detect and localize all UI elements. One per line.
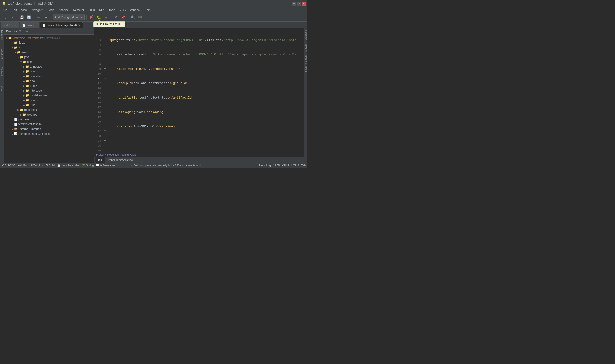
maximize-button[interactable]: □ bbox=[297, 2, 301, 5]
run-status[interactable]: ▶ 4: Run bbox=[18, 164, 28, 167]
tree-item-java[interactable]: ▼ 📁 java bbox=[4, 55, 94, 59]
tree-item-external[interactable]: ▶ 📦 External Libraries bbox=[4, 127, 94, 131]
tree-item-src[interactable]: ▼ 📁 src bbox=[4, 45, 94, 50]
menu-window[interactable]: Window bbox=[128, 8, 142, 12]
tree-arrow-entity: ▶ bbox=[23, 85, 26, 87]
stop-button[interactable]: ■ bbox=[103, 14, 109, 20]
tree-item-config[interactable]: ▶ 📁 config bbox=[4, 69, 94, 74]
run-button[interactable]: ▶ bbox=[88, 14, 95, 20]
code-content[interactable]: <project xmlns="http://maven.apache.org/… bbox=[107, 28, 304, 152]
tree-item-main[interactable]: ▼ 📁 main bbox=[4, 50, 94, 55]
tree-item-webapp[interactable]: ▶ 📁 webapp bbox=[4, 112, 94, 117]
breadcrumb-spring-version[interactable]: spring.version bbox=[122, 153, 138, 156]
service-folder-icon: 📁 bbox=[26, 99, 29, 102]
breadcrumb-project[interactable]: project bbox=[96, 153, 104, 156]
attach-button[interactable]: 📌 bbox=[120, 14, 126, 20]
tree-item-service[interactable]: ▶ 📁 service bbox=[4, 98, 94, 103]
java-enterprise-status[interactable]: ☕ Java Enterprise bbox=[57, 164, 80, 167]
tab-dependency-analyzer[interactable]: Dependency Analyzer bbox=[105, 157, 136, 163]
tree-item-controller[interactable]: ▶ 📁 controller bbox=[4, 74, 94, 79]
breadcrumb-properties[interactable]: properties bbox=[107, 153, 119, 156]
tab-text[interactable]: Text bbox=[95, 157, 105, 163]
project-tab[interactable]: testProject bbox=[1, 22, 19, 28]
sync-button[interactable]: 🔄 bbox=[26, 14, 32, 20]
tree-item-com[interactable]: ▼ 📁 com bbox=[4, 59, 94, 64]
favorites-label[interactable]: Favorites bbox=[1, 67, 3, 77]
terminal-status[interactable]: ⊞ Terminal bbox=[30, 164, 43, 167]
java-folder-icon: 📁 bbox=[20, 55, 23, 59]
back-button[interactable]: ◁ bbox=[1, 14, 8, 20]
tree-item-entity[interactable]: ▶ 📁 entity bbox=[4, 83, 94, 88]
line-col-status[interactable]: 11:55 bbox=[273, 164, 280, 167]
tree-arrow-com: ▼ bbox=[20, 61, 23, 63]
window-controls[interactable]: ─ □ ✕ bbox=[292, 2, 306, 5]
redo-button[interactable]: ↪ bbox=[43, 14, 49, 20]
menu-analyze[interactable]: Analyze bbox=[57, 8, 71, 12]
breadcrumb-bar: project › properties › spring.version bbox=[94, 152, 304, 157]
tree-root[interactable]: ▼ 📁 testProject [testProject-test] D:\te… bbox=[4, 36, 94, 40]
todo-status[interactable]: ✓ 6: TODO bbox=[2, 164, 15, 167]
menu-vcs[interactable]: VCS bbox=[118, 8, 128, 12]
menu-build[interactable]: Build bbox=[86, 8, 97, 12]
pom-breadcrumb-tab[interactable]: 📄 pom.xml bbox=[20, 22, 39, 28]
menu-help[interactable]: Help bbox=[143, 8, 152, 12]
tree-resources-label: resources bbox=[24, 108, 37, 112]
tree-item-interceptor[interactable]: ▶ 📁 interceptor bbox=[4, 88, 94, 93]
menu-tools[interactable]: Tools bbox=[107, 8, 117, 12]
spring-status[interactable]: 🌿 Spring bbox=[82, 164, 94, 167]
layout-icon[interactable]: ☰ bbox=[22, 30, 25, 33]
project-panel-label[interactable]: 1: Project bbox=[1, 30, 3, 40]
save-button[interactable]: 💾 bbox=[18, 14, 25, 20]
tab-close-button[interactable]: ✕ bbox=[78, 24, 80, 27]
close-button[interactable]: ✕ bbox=[302, 2, 306, 5]
debug-button[interactable]: 🐛 bbox=[96, 14, 102, 20]
menu-refactor[interactable]: Refactor bbox=[71, 8, 86, 12]
project-panel-title: Project ▾ bbox=[6, 30, 17, 33]
undo-button[interactable]: ↩ bbox=[36, 14, 42, 20]
line-num-10: 10 bbox=[96, 71, 101, 76]
tree-item-idea[interactable]: ▶ 📁 .idea bbox=[4, 40, 94, 45]
build-status[interactable]: ⚒ Build bbox=[46, 164, 55, 167]
maven-label[interactable]: Maven bbox=[304, 42, 307, 53]
minimize-button[interactable]: ─ bbox=[292, 2, 296, 5]
pom-editor-tab[interactable]: 📄 pom.xml (testProject-test) ✕ bbox=[40, 22, 83, 28]
build-project-button[interactable]: ⚒ bbox=[113, 14, 119, 20]
add-configuration-dropdown[interactable]: Add Configuration... ▾ bbox=[53, 14, 85, 20]
tree-item-iml[interactable]: ▶ 📄 testProject-test.iml bbox=[4, 122, 94, 127]
tree-item-resources[interactable]: ▶ 📁 resources bbox=[4, 107, 94, 112]
tree-item-utils[interactable]: ▶ 📁 utils bbox=[4, 103, 94, 107]
tree-item-dao[interactable]: ▶ 📁 dao bbox=[4, 79, 94, 83]
menu-run[interactable]: Run bbox=[97, 8, 106, 12]
menu-view[interactable]: View bbox=[19, 8, 29, 12]
code-line-5: <artifactId>testProject-test</artifactId… bbox=[109, 95, 302, 100]
bean-validation-label[interactable]: Bean Validation bbox=[304, 53, 307, 74]
minimize-panel-icon[interactable]: ─ bbox=[26, 30, 28, 33]
line-ending-status[interactable]: CRLF bbox=[282, 164, 289, 167]
tree-arrow-java: ▼ bbox=[17, 56, 20, 59]
menu-edit[interactable]: Edit bbox=[10, 8, 19, 12]
translate-button[interactable]: ⌨ bbox=[137, 14, 143, 20]
indent-status[interactable]: Tab bbox=[301, 164, 306, 167]
tree-item-model-enums[interactable]: ▶ 📁 model.enums bbox=[4, 93, 94, 98]
database-label[interactable]: Database bbox=[304, 28, 307, 42]
tree-item-pom[interactable]: ▶ 📄 pom.xml bbox=[4, 117, 94, 122]
web-label[interactable]: Web bbox=[1, 86, 3, 91]
tree-utils-label: utils bbox=[30, 103, 35, 107]
tree-item-annotation[interactable]: ▶ 📁 annotation bbox=[4, 64, 94, 69]
indent-label: Tab bbox=[301, 164, 306, 167]
menu-code[interactable]: Code bbox=[45, 8, 56, 12]
gutter-7 bbox=[103, 57, 107, 62]
event-log-status[interactable]: Event Log bbox=[259, 164, 271, 167]
structure-label[interactable]: Structure bbox=[1, 49, 3, 59]
separator-4 bbox=[86, 15, 87, 20]
encoding-status[interactable]: UTF-8 bbox=[291, 164, 299, 167]
menu-file[interactable]: File bbox=[1, 8, 9, 12]
gear-icon[interactable]: ⚙ bbox=[19, 30, 21, 33]
build-success-msg: ✓ bbox=[130, 164, 133, 167]
messages-status[interactable]: 💬 0: Messages bbox=[96, 164, 115, 167]
menu-navigate[interactable]: Navigate bbox=[30, 8, 45, 12]
forward-button[interactable]: ▷ bbox=[9, 14, 15, 20]
tree-item-scratches[interactable]: ▶ 📝 Scratches and Consoles bbox=[4, 131, 94, 136]
code-view[interactable]: 1 2 3 4 5 6 7 8 9 10 11 12 13 14 15 16 1… bbox=[94, 28, 304, 152]
search-button[interactable]: 🔍 bbox=[130, 14, 136, 20]
